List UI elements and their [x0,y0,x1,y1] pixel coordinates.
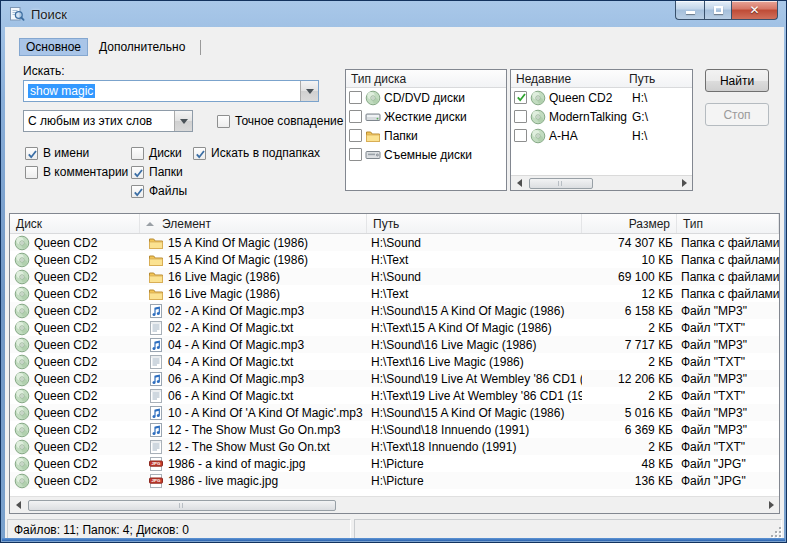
column-header-3[interactable]: Размер [582,214,677,233]
cd-icon [14,320,30,336]
minimize-icon [686,11,695,14]
checkbox-unchecked-icon [25,166,38,179]
search-option-checkbox[interactable]: В имени [25,146,89,160]
search-option-checkbox[interactable]: Диски [131,146,182,160]
recent-item[interactable]: A-HAH:\ [511,126,692,145]
search-dropdown-button[interactable] [300,81,318,101]
scroll-right-button[interactable] [676,176,692,190]
titlebar[interactable]: Поиск ✕ [1,1,786,27]
folder-icon [365,128,381,144]
cd-icon [14,439,30,455]
table-row[interactable]: Queen CD2JPG1986 - a kind of magic.jpgH:… [10,455,779,472]
table-row[interactable]: Queen CD212 - The Show Must Go On.txtH:\… [10,438,779,455]
element-name: 04 - A Kind Of Magic.txt [168,355,293,369]
cell-disk: Queen CD2 [10,421,140,438]
cell-type: Файл "JPG" [677,455,779,472]
table-row[interactable]: Queen CD216 Live Magic (1986)H:\Sound69 … [10,268,779,285]
column-header-2[interactable]: Путь [367,214,582,233]
search-option-checkbox[interactable]: Файлы [131,184,187,198]
recent-item[interactable]: Queen CD2H:\ [511,88,692,107]
maximize-button[interactable] [704,1,732,20]
checkbox-unchecked-icon [514,110,527,123]
recent-header[interactable]: Недавние Путь [511,70,692,88]
table-row[interactable]: Queen CD212 - The Show Must Go On.mp3H:\… [10,421,779,438]
search-mode-select[interactable]: С любым из этих слов [23,110,193,132]
cd-icon [14,473,30,489]
disk-name: Queen CD2 [34,236,97,250]
cell-size: 48 КБ [582,455,677,472]
cell-element: JPG1986 - live magic.jpg [140,472,367,489]
table-row[interactable]: Queen CD204 - A Kind Of Magic.mp3H:\Soun… [10,336,779,353]
search-window: Поиск ✕ Основное Дополнительно Искать: s… [0,0,787,543]
table-row[interactable]: Queen CD210 - A Kind Of 'A Kind Of Magic… [10,404,779,421]
cd-icon [14,456,30,472]
disk-name: Queen CD2 [34,389,97,403]
scroll-right-button[interactable] [763,497,779,513]
disk-name: Queen CD2 [34,474,97,488]
cell-disk: Queen CD2 [10,370,140,387]
disk-type-header[interactable]: Тип диска [346,70,506,88]
checkbox-label: В имени [43,146,89,160]
search-option-checkbox[interactable]: Искать в подпапках [193,146,320,160]
arrow-left-icon [16,501,21,509]
checkbox-checked-icon [131,166,144,179]
table-row[interactable]: Queen CD202 - A Kind Of Magic.txtH:\Text… [10,319,779,336]
recent-item[interactable]: ModernTalkingG:\ [511,107,692,126]
mode-dropdown-button[interactable] [174,111,192,131]
recent-header-name: Недавние [516,72,571,86]
search-option-checkbox[interactable]: В комментарии [25,165,128,179]
tab-main[interactable]: Основное [19,38,88,56]
search-option-checkbox[interactable]: Папки [131,165,183,179]
minimize-button[interactable] [675,1,704,20]
disk-type-item[interactable]: CD/DVD диски [346,88,506,107]
cell-type: Файл "TXT" [677,319,779,336]
scrollbar-thumb[interactable] [529,178,593,189]
table-row[interactable]: Queen CD202 - A Kind Of Magic.mp3H:\Soun… [10,302,779,319]
cell-disk: Queen CD2 [10,404,140,421]
cd-icon [14,422,30,438]
column-header-label: Диск [16,217,42,231]
horizontal-scrollbar[interactable] [10,496,779,513]
scroll-left-button[interactable] [511,176,527,190]
chevron-down-icon [306,89,314,94]
scroll-left-button[interactable] [10,497,26,513]
jpg-icon: JPG [148,456,164,472]
disk-type-list: Тип диска CD/DVD дискиЖесткие дискиПапки… [345,69,507,191]
column-header-4[interactable]: Тип [677,214,779,233]
column-header-1[interactable]: Элемент [140,214,367,233]
search-mode-text: С любым из этих слов [24,114,174,128]
cell-size: 10 КБ [582,251,677,268]
table-row[interactable]: Queen CD215 A Kind Of Magic (1986)H:\Sou… [10,234,779,251]
disk-type-item[interactable]: Жесткие диски [346,107,506,126]
column-header-0[interactable]: Диск [10,214,140,233]
disk-type-item[interactable]: Папки [346,126,506,145]
table-row[interactable]: Queen CD2JPG1986 - live magic.jpgH:\Pict… [10,472,779,489]
stop-button[interactable]: Стоп [705,103,769,126]
table-row[interactable]: Queen CD204 - A Kind Of Magic.txtH:\Text… [10,353,779,370]
table-row[interactable]: Queen CD206 - A Kind Of Magic.txtH:\Text… [10,387,779,404]
table-row[interactable]: Queen CD206 - A Kind Of Magic.mp3H:\Soun… [10,370,779,387]
cell-element: 16 Live Magic (1986) [140,285,367,302]
close-button[interactable]: ✕ [732,1,778,20]
tab-advanced[interactable]: Дополнительно [92,38,192,56]
recent-horizontal-scrollbar[interactable] [511,175,692,190]
search-input[interactable]: show magic [23,80,319,102]
resize-grip[interactable] [769,525,782,538]
disk-name: Queen CD2 [34,321,97,335]
cd-icon [14,388,30,404]
recent-item-label: ModernTalking [549,110,627,124]
cell-size: 69 100 КБ [582,268,677,285]
element-name: 16 Live Magic (1986) [168,287,280,301]
find-button[interactable]: Найти [705,69,769,92]
cell-size: 136 КБ [582,472,677,489]
checkbox-exact-match[interactable]: Точное совпадение [217,114,343,128]
mp3-icon [148,303,164,319]
table-row[interactable]: Queen CD215 A Kind Of Magic (1986)H:\Tex… [10,251,779,268]
disk-type-item[interactable]: Съемные диски [346,145,506,164]
arrow-right-icon [682,179,687,187]
cell-disk: Queen CD2 [10,353,140,370]
table-row[interactable]: Queen CD216 Live Magic (1986)H:\Text12 К… [10,285,779,302]
disk-name: Queen CD2 [34,372,97,386]
disk-name: Queen CD2 [34,287,97,301]
scrollbar-thumb[interactable] [28,500,336,511]
